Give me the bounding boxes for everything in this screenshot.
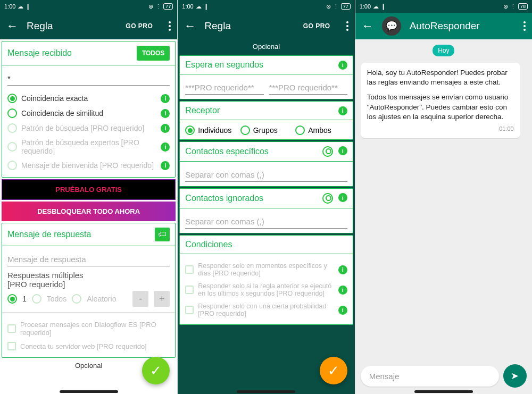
chat-area[interactable]: Hoy Hola, soy tu AutoResponder! Puedes p… <box>355 39 532 360</box>
info-icon[interactable]: i <box>338 146 347 155</box>
cond-prev-rule[interactable]: Responder solo si la regla anterior se e… <box>185 280 347 300</box>
scroll-area[interactable]: Mensaje recibido TODOS Coincidencia exac… <box>0 39 177 394</box>
response-input[interactable] <box>7 252 170 266</box>
status-time: 1:00 <box>182 3 193 10</box>
divider <box>180 120 352 120</box>
app-bar: ← Regla GO PRO <box>178 13 354 39</box>
info-icon[interactable]: i <box>161 142 170 152</box>
wait-min-input[interactable] <box>185 80 263 95</box>
info-icon[interactable]: i <box>338 106 347 115</box>
unlock-all-button[interactable]: DESBLOQUEAR TODO AHORA <box>2 202 176 221</box>
divider <box>180 208 352 208</box>
plus-button[interactable]: + <box>154 291 170 307</box>
radio-icon[interactable] <box>7 294 17 304</box>
divider <box>2 65 175 65</box>
match-option-welcome[interactable]: Mensaje de bienvenida [PRO requerido] i <box>7 158 170 173</box>
option-label: Conecta tu servidor web [PRO requerido] <box>20 342 170 350</box>
info-icon[interactable]: i <box>161 124 170 133</box>
multi-title: Respuestas múltiples [PRO requerido] <box>7 271 170 289</box>
signal-icon: ⊗ <box>503 3 508 10</box>
checkbox-icon <box>7 324 16 333</box>
ignored-input[interactable] <box>185 214 347 229</box>
go-pro-button[interactable]: GO PRO <box>303 22 330 30</box>
radio-icon <box>185 125 195 135</box>
option-label: Procesar mensajes con Dialogflow ES [PRO… <box>20 321 170 337</box>
webhook-option[interactable]: Conecta tu servidor web [PRO requerido] <box>7 339 170 353</box>
divider <box>180 161 352 162</box>
nav-pill <box>60 390 118 393</box>
info-icon[interactable]: i <box>338 61 347 70</box>
overflow-menu-icon[interactable] <box>169 25 171 27</box>
nav-pill <box>414 390 473 393</box>
cond-probability[interactable]: Responder solo con una cierta probabilid… <box>185 300 347 320</box>
todos-button[interactable]: TODOS <box>137 46 170 61</box>
page-title: Regla <box>204 20 294 32</box>
opt-todos: Todos <box>47 295 66 303</box>
avatar[interactable]: 💬 <box>382 16 401 36</box>
divider <box>2 312 175 313</box>
info-icon[interactable]: i <box>161 161 170 170</box>
overflow-menu-icon[interactable] <box>523 25 526 27</box>
go-pro-button[interactable]: GO PRO <box>126 22 153 30</box>
opcional-label: Opcional <box>178 39 354 54</box>
status-time: 1:00 <box>4 3 15 10</box>
dialogflow-option[interactable]: Procesar mensajes con Dialogflow ES [PRO… <box>7 318 170 339</box>
send-button[interactable]: ➤ <box>503 364 527 388</box>
signal-icon: ⊗ <box>326 3 331 10</box>
status-time: 1:00 <box>360 3 371 10</box>
receptor-groups[interactable]: Grupos <box>240 125 292 135</box>
radio-icon[interactable] <box>72 294 81 304</box>
match-option-expert[interactable]: Patrón de búsqueda expertos [PRO requeri… <box>7 136 170 158</box>
chat-title[interactable]: AutoResponder <box>410 20 508 32</box>
wait-max-input[interactable] <box>269 80 347 95</box>
specific-contacts-card: Contactos específicos i <box>179 141 353 187</box>
receptor-individuals[interactable]: Individuos <box>185 125 237 135</box>
info-icon[interactable]: i <box>338 306 347 315</box>
page-title: Regla <box>27 20 117 32</box>
radio-icon <box>240 125 250 135</box>
divider <box>2 246 175 246</box>
cloud-icon: ☁ <box>18 3 23 10</box>
user-icon[interactable] <box>322 146 333 157</box>
bell-icon: ❙ <box>26 3 30 10</box>
option-label: Ambos <box>308 126 331 135</box>
fab-confirm[interactable]: ✓ <box>142 357 170 384</box>
info-icon[interactable]: i <box>338 265 347 274</box>
scroll-area[interactable]: Espera en segundos i Receptor i Individu… <box>178 54 354 394</box>
match-option-exact[interactable]: Coincidencia exacta i <box>7 91 170 106</box>
fab-confirm[interactable]: ✓ <box>320 357 347 384</box>
back-icon[interactable]: ← <box>6 19 18 33</box>
specific-title: Contactos específicos <box>185 147 269 156</box>
info-icon[interactable]: i <box>338 286 347 295</box>
match-option-pattern[interactable]: Patrón de búsqueda [PRO requerido] i <box>7 121 170 136</box>
option-label: Patrón de búsqueda expertos [PRO requeri… <box>21 138 156 155</box>
back-icon[interactable]: ← <box>184 19 196 33</box>
pattern-input[interactable] <box>7 71 170 86</box>
receptor-both[interactable]: Ambos <box>295 125 347 135</box>
try-free-button[interactable]: PRUÉBALO GRATIS <box>2 179 176 200</box>
chat-bubble[interactable]: Hola, soy tu AutoResponder! Puedes proba… <box>361 63 520 138</box>
info-icon[interactable]: i <box>161 94 170 103</box>
app-bar: ← Regla GO PRO <box>0 13 177 39</box>
overflow-menu-icon[interactable] <box>346 25 348 27</box>
match-option-similar[interactable]: Coincidencia de similitud i <box>7 106 170 121</box>
status-bar: 1:00☁❙ ⊗⋮77 <box>178 0 354 13</box>
battery-icon: 77 <box>341 3 351 10</box>
radio-icon[interactable] <box>32 294 41 304</box>
multi-options: 1 Todos Aleatorio - + <box>7 291 170 307</box>
cloud-icon: ☁ <box>196 3 202 10</box>
checkbox-icon <box>185 286 194 294</box>
minus-button[interactable]: - <box>132 291 148 307</box>
specific-input[interactable] <box>185 167 347 182</box>
info-icon[interactable]: i <box>161 109 170 118</box>
app-bar: ← 💬 AutoResponder <box>355 13 532 39</box>
message-input[interactable]: Mensaje <box>361 366 499 387</box>
tag-icon[interactable]: 🏷 <box>155 228 170 241</box>
wifi-icon: ⋮ <box>510 3 516 10</box>
back-icon[interactable]: ← <box>362 19 373 33</box>
cond-time[interactable]: Responder solo en momentos específicos y… <box>185 259 347 280</box>
user-icon[interactable] <box>322 193 333 204</box>
receptor-title: Receptor <box>185 106 220 115</box>
info-icon[interactable]: i <box>338 193 347 202</box>
conditions-card: Condiciones Responder solo en momentos e… <box>179 235 353 325</box>
